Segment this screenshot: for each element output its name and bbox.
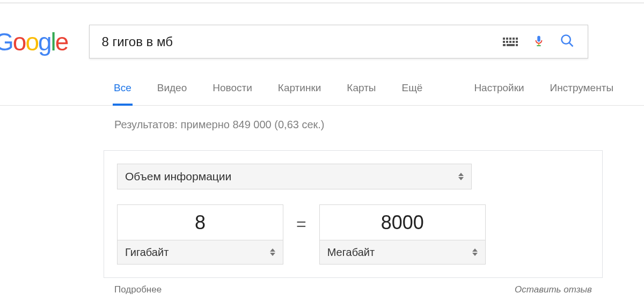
tabs-bar: Все Видео Новости Картинки Карты Ещё Нас…	[0, 77, 644, 106]
to-value-input[interactable]	[319, 204, 486, 240]
to-column: Мегабайт	[319, 204, 486, 265]
svg-rect-0	[538, 43, 539, 45]
search-box	[89, 25, 588, 58]
mic-icon[interactable]	[533, 33, 545, 50]
category-label: Объем информации	[125, 170, 231, 183]
updown-icon	[458, 173, 464, 180]
updown-icon	[472, 248, 478, 256]
from-value-input[interactable]	[117, 204, 283, 240]
keyboard-icon[interactable]	[503, 36, 518, 47]
tab-images[interactable]: Картинки	[277, 77, 323, 104]
more-link[interactable]: Подробнее	[114, 284, 162, 295]
svg-line-3	[569, 42, 573, 46]
tab-news[interactable]: Новости	[211, 77, 253, 104]
search-icon[interactable]	[560, 33, 575, 50]
from-value-field[interactable]	[118, 205, 283, 240]
from-unit-select[interactable]: Гигабайт	[117, 240, 283, 265]
tab-tools[interactable]: Инструменты	[549, 77, 614, 104]
tab-video[interactable]: Видео	[156, 77, 188, 104]
converter-footer: Подробнее Оставить отзыв	[104, 278, 603, 295]
equals-sign: =	[293, 214, 310, 255]
google-logo[interactable]: Google	[0, 27, 68, 56]
tab-all[interactable]: Все	[113, 77, 133, 106]
from-unit-label: Гигабайт	[125, 246, 169, 259]
tab-more[interactable]: Ещё	[401, 77, 424, 104]
category-select[interactable]: Объем информации	[117, 164, 472, 189]
search-input[interactable]	[90, 25, 503, 58]
header: Google Все Видео Новости	[0, 3, 644, 106]
feedback-link[interactable]: Оставить отзыв	[515, 284, 592, 295]
to-value-field[interactable]	[320, 205, 485, 240]
tab-settings[interactable]: Настройки	[473, 77, 525, 104]
from-column: Гигабайт	[117, 204, 283, 265]
result-stats: Результатов: примерно 849 000 (0,63 сек.…	[0, 106, 644, 150]
unit-converter-card: Объем информации Гигабайт = Мегабайт	[104, 150, 603, 278]
to-unit-select[interactable]: Мегабайт	[319, 240, 486, 265]
to-unit-label: Мегабайт	[327, 246, 375, 259]
svg-point-2	[562, 35, 570, 43]
tab-maps[interactable]: Карты	[346, 77, 377, 104]
svg-rect-1	[537, 45, 541, 46]
updown-icon	[270, 248, 275, 256]
